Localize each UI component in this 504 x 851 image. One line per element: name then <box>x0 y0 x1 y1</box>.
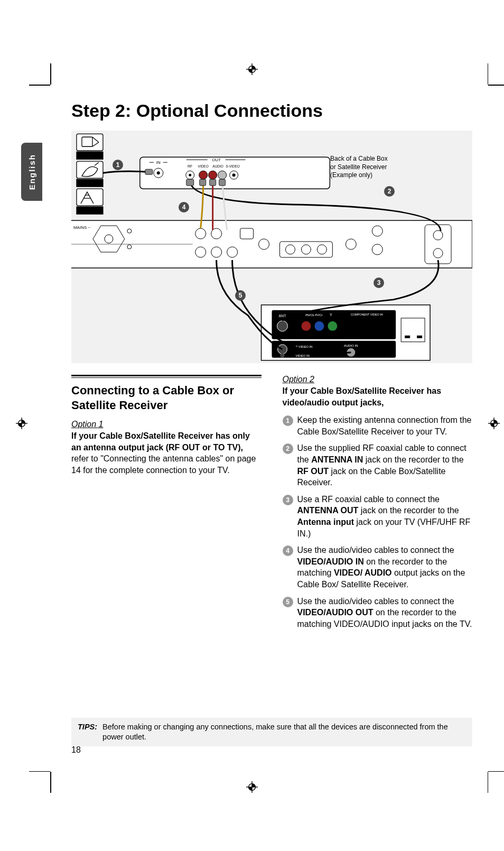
crop-mark <box>488 771 504 772</box>
page-number: 18 <box>71 745 81 755</box>
svg-text:MAINS ~: MAINS ~ <box>73 225 90 230</box>
content-area: Step 2: Optional Connections CABLE SATEL… <box>71 100 472 635</box>
svg-rect-70 <box>401 318 425 342</box>
callout-5: 5 <box>235 290 246 301</box>
svg-text:S-VIDEO: S-VIDEO <box>226 164 240 168</box>
svg-point-79 <box>301 321 311 331</box>
option-1-body: refer to "Connecting the antenna cables"… <box>71 454 256 475</box>
crop-mark <box>488 85 504 86</box>
step-badge: 1 <box>283 415 293 426</box>
callout-1: 1 <box>113 160 123 170</box>
svg-text:IN: IN <box>156 160 161 165</box>
svg-rect-89 <box>145 169 153 174</box>
svg-point-78 <box>277 321 287 331</box>
crop-mark <box>50 772 51 793</box>
step-text: Use the audio/video cables to connect th… <box>297 596 473 630</box>
svg-point-53 <box>195 247 206 257</box>
option-1-text: If your Cable Box/Satellite Receiver has… <box>71 430 262 476</box>
svg-point-52 <box>211 228 222 239</box>
svg-text:Pb/Cb  Pr/Cr: Pb/Cb Pr/Cr <box>305 313 322 317</box>
tips-label: TIPS: <box>78 722 97 742</box>
section-rule <box>71 377 262 378</box>
callout-2: 2 <box>384 186 395 197</box>
step-5: 5 Use the audio/video cables to connect … <box>283 596 473 630</box>
svg-text:Y: Y <box>330 313 332 317</box>
crop-mark <box>488 63 489 85</box>
svg-text:COMPONENT VIDEO IN: COMPONENT VIDEO IN <box>351 313 383 316</box>
svg-point-54 <box>211 247 222 257</box>
step-4: 4 Use the audio/video cables to connect … <box>283 544 473 590</box>
figure-caption: Back of a Cable Box or Satellite Receive… <box>330 155 394 180</box>
step-2: 2 Use the supplied RF coaxial cable to c… <box>283 442 473 488</box>
svg-rect-72 <box>417 336 422 338</box>
svg-point-42 <box>218 171 227 179</box>
svg-rect-82 <box>272 341 396 358</box>
svg-text:AUDIO: AUDIO <box>212 164 223 168</box>
callout-4: 4 <box>179 202 189 212</box>
svg-point-44 <box>232 173 236 177</box>
svg-rect-15 <box>82 137 92 146</box>
step-badge: 3 <box>283 495 293 505</box>
svg-rect-92 <box>210 179 216 186</box>
svg-point-55 <box>227 247 238 257</box>
svg-point-60 <box>301 245 311 254</box>
registration-mark-icon <box>16 418 27 429</box>
registration-mark-icon <box>246 781 258 793</box>
tips-box: TIPS: Before making or changing any conn… <box>71 718 472 746</box>
page: English Step 2: Optional Connections CAB… <box>0 0 504 851</box>
callout-3: 3 <box>374 278 384 288</box>
svg-point-88 <box>280 354 284 358</box>
diagram-svg: CABLE SATELLITE ANTENNA <box>71 131 472 363</box>
registration-mark-icon <box>488 418 500 429</box>
svg-point-67 <box>433 248 443 258</box>
crop-mark <box>29 771 50 772</box>
step-text: Use the supplied RF coaxial cable to con… <box>297 442 473 488</box>
right-column: Option 2 If your Cable Box/Satellite Rec… <box>283 375 473 635</box>
option-2-intro: If your Cable Box/Satellite Receiver has… <box>283 385 473 408</box>
svg-text:SATELLITE: SATELLITE <box>81 181 99 185</box>
text-columns: Connecting to a Cable Box or Satellite R… <box>71 375 472 635</box>
step-badge: 4 <box>283 545 293 556</box>
svg-text:VIDEO: VIDEO <box>198 164 209 168</box>
step-text: Use the audio/video cables to connect th… <box>297 544 473 590</box>
crop-mark <box>50 63 51 85</box>
left-column: Connecting to a Cable Box or Satellite R… <box>71 375 262 635</box>
svg-point-64 <box>372 244 382 255</box>
page-title: Step 2: Optional Connections <box>71 100 472 121</box>
svg-point-61 <box>317 245 326 254</box>
svg-text:AUDIO IN: AUDIO IN <box>344 344 358 347</box>
svg-point-57 <box>259 239 269 249</box>
crop-mark <box>488 772 489 793</box>
svg-text:OUT: OUT <box>212 158 221 162</box>
svg-text:RF: RF <box>188 164 192 168</box>
option-1-intro: If your Cable Box/Satellite Receiver has… <box>71 431 250 452</box>
svg-rect-56 <box>240 228 254 239</box>
svg-point-51 <box>195 228 206 239</box>
connection-diagram: CABLE SATELLITE ANTENNA <box>71 131 472 363</box>
svg-point-59 <box>285 245 295 254</box>
language-tab: English <box>21 143 42 201</box>
option-2-label: Option 2 <box>283 375 473 384</box>
svg-point-63 <box>372 226 382 236</box>
svg-point-40 <box>199 171 208 179</box>
tips-text: Before making or changing any connection… <box>102 722 466 742</box>
svg-point-80 <box>314 321 324 331</box>
svg-point-27 <box>157 171 160 174</box>
svg-text:VIDEO IN: VIDEO IN <box>295 354 309 357</box>
step-3: 3 Use a RF coaxial cable to connect the … <box>283 494 473 539</box>
option-1-label: Option 1 <box>71 420 262 429</box>
svg-point-41 <box>209 171 217 179</box>
svg-rect-91 <box>200 179 206 186</box>
step-1: 1 Keep the existing antenna connection f… <box>283 414 473 437</box>
svg-rect-71 <box>405 336 410 338</box>
svg-point-81 <box>328 321 337 331</box>
svg-text:ANT: ANT <box>278 314 286 318</box>
crop-mark <box>29 85 50 86</box>
section-heading: Connecting to a Cable Box or Satellite R… <box>71 383 262 412</box>
svg-point-39 <box>189 174 191 177</box>
language-label: English <box>27 154 36 190</box>
svg-rect-90 <box>186 179 194 186</box>
step-text: Keep the existing antenna connection fro… <box>297 414 473 437</box>
step-badge: 5 <box>283 597 293 607</box>
svg-text:ANTENNA: ANTENNA <box>81 209 98 212</box>
